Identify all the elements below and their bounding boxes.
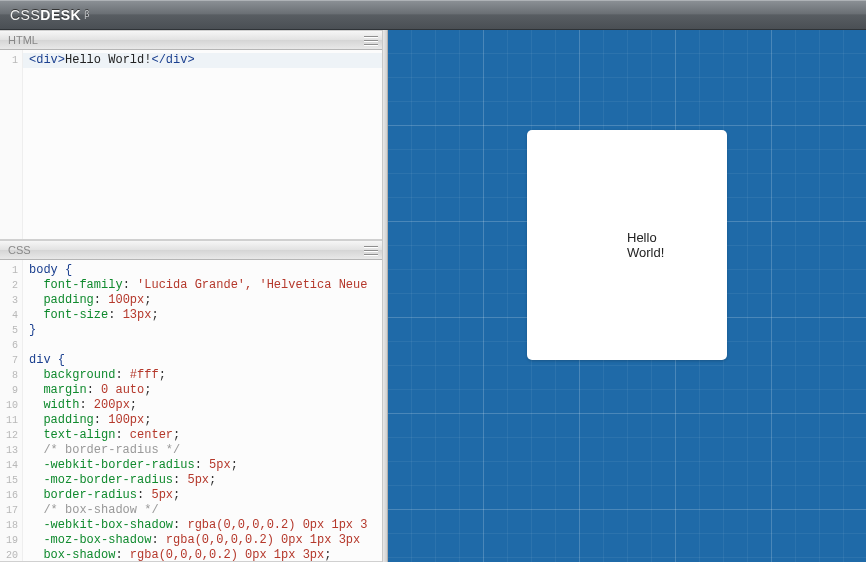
code-line[interactable]: font-family: 'Lucida Grande', 'Helvetica… xyxy=(29,278,382,293)
html-code[interactable]: <div>Hello World!</div> xyxy=(23,50,382,239)
logo-css: CSS xyxy=(10,7,40,23)
logo-beta: β xyxy=(84,9,90,19)
html-panel-header: HTML xyxy=(0,30,382,50)
code-line[interactable]: body { xyxy=(29,263,382,278)
code-line[interactable]: margin: 0 auto; xyxy=(29,383,382,398)
code-line[interactable]: /* box-shadow */ xyxy=(29,503,382,518)
html-panel-title: HTML xyxy=(8,34,38,46)
css-panel-title: CSS xyxy=(8,244,31,256)
code-line[interactable]: box-shadow: rgba(0,0,0,0.2) 0px 1px 3px; xyxy=(29,548,382,561)
code-line[interactable]: border-radius: 5px; xyxy=(29,488,382,503)
preview-body: Hello World! xyxy=(388,130,866,360)
preview-card: Hello World! xyxy=(527,130,727,360)
html-gutter: 1 xyxy=(0,50,23,239)
css-gutter: 123456789101112131415161718192021 xyxy=(0,260,23,561)
code-line[interactable]: background: #fff; xyxy=(29,368,382,383)
code-line[interactable] xyxy=(29,338,382,353)
css-panel-header: CSS xyxy=(0,240,382,260)
code-line[interactable]: font-size: 13px; xyxy=(29,308,382,323)
code-line[interactable]: text-align: center; xyxy=(29,428,382,443)
left-panel-stack: HTML 1 <div>Hello World!</div> CSS 12345… xyxy=(0,30,382,562)
css-editor[interactable]: 123456789101112131415161718192021 body {… xyxy=(0,260,382,562)
code-line[interactable]: -webkit-box-shadow: rgba(0,0,0,0.2) 0px … xyxy=(29,518,382,533)
code-line[interactable]: -webkit-border-radius: 5px; xyxy=(29,458,382,473)
preview-pane: Hello World! xyxy=(388,30,866,562)
code-line[interactable]: -moz-box-shadow: rgba(0,0,0,0.2) 0px 1px… xyxy=(29,533,382,548)
app-header: CSSDESKβ xyxy=(0,0,866,30)
html-editor[interactable]: 1 <div>Hello World!</div> xyxy=(0,50,382,240)
logo-desk: DESK xyxy=(40,7,81,23)
code-line[interactable]: width: 200px; xyxy=(29,398,382,413)
preview-card-text: Hello World! xyxy=(627,230,664,260)
code-line[interactable]: padding: 100px; xyxy=(29,293,382,308)
code-line[interactable]: div { xyxy=(29,353,382,368)
logo: CSSDESKβ xyxy=(10,7,90,23)
code-line[interactable]: -moz-border-radius: 5px; xyxy=(29,473,382,488)
grip-icon[interactable] xyxy=(364,31,378,49)
app-body: HTML 1 <div>Hello World!</div> CSS 12345… xyxy=(0,30,866,562)
css-code[interactable]: body { font-family: 'Lucida Grande', 'He… xyxy=(23,260,382,561)
grip-icon[interactable] xyxy=(364,241,378,259)
code-line[interactable]: padding: 100px; xyxy=(29,413,382,428)
code-line[interactable]: <div>Hello World!</div> xyxy=(23,53,382,68)
code-line[interactable]: /* border-radius */ xyxy=(29,443,382,458)
code-line[interactable]: } xyxy=(29,323,382,338)
app-root: CSSDESKβ HTML 1 <div>Hello World!</div> … xyxy=(0,0,866,562)
